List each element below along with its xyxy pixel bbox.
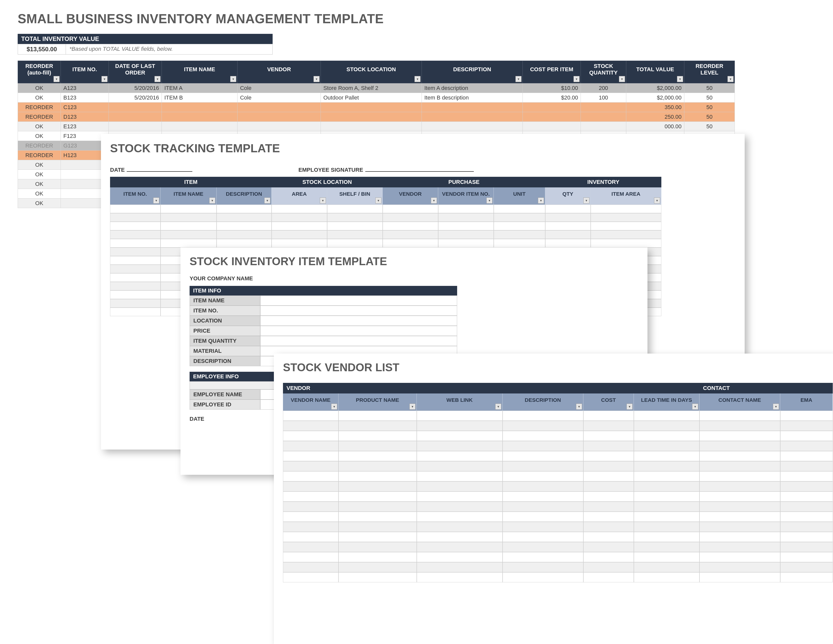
table-row[interactable] — [283, 481, 833, 491]
cell[interactable] — [545, 204, 591, 213]
col-header[interactable]: SHELF / BIN▾ — [327, 187, 383, 204]
cell[interactable] — [700, 421, 780, 431]
table-row[interactable] — [283, 421, 833, 431]
cell[interactable] — [338, 451, 417, 461]
cell[interactable] — [417, 522, 503, 532]
cell-cost[interactable]: $20.00 — [523, 93, 581, 103]
table-row[interactable] — [283, 532, 833, 542]
cell-item-no[interactable]: D123 — [61, 112, 109, 122]
cell[interactable] — [780, 471, 833, 481]
cell[interactable] — [503, 461, 583, 471]
cell[interactable] — [110, 265, 161, 273]
col-header[interactable]: ITEM NAME▾ — [161, 187, 217, 204]
cell[interactable] — [161, 204, 217, 213]
field-input[interactable] — [260, 326, 457, 336]
cell[interactable] — [583, 522, 634, 532]
cell[interactable] — [494, 230, 545, 239]
col-header[interactable]: VENDOR ITEM NO.▾ — [438, 187, 494, 204]
filter-dropdown-icon[interactable]: ▾ — [677, 76, 683, 82]
cell[interactable] — [272, 239, 327, 248]
cell[interactable] — [417, 471, 503, 481]
cell-reorder-level[interactable]: 50 — [684, 103, 735, 112]
cell[interactable] — [110, 248, 161, 256]
cell[interactable] — [217, 239, 272, 248]
cell[interactable] — [217, 230, 272, 239]
cell[interactable] — [634, 532, 700, 542]
filter-dropdown-icon[interactable]: ▾ — [320, 198, 326, 204]
col-header[interactable]: QTY▾ — [545, 187, 591, 204]
cell[interactable] — [503, 431, 583, 441]
cell[interactable] — [217, 222, 272, 230]
cell-cost[interactable] — [523, 122, 581, 131]
cell[interactable] — [700, 532, 780, 542]
cell[interactable] — [417, 502, 503, 512]
table-row[interactable]: OK B123 5/20/2016 ITEM B Cole Outdoor Pa… — [18, 93, 735, 103]
filter-dropdown-icon[interactable]: ▾ — [153, 198, 159, 204]
table-row[interactable] — [110, 204, 745, 213]
cell[interactable] — [583, 572, 634, 582]
table-row[interactable] — [283, 441, 833, 451]
cell[interactable] — [634, 451, 700, 461]
col-header[interactable]: DESCRIPTION▾ — [217, 187, 272, 204]
cell[interactable] — [780, 491, 833, 502]
cell[interactable] — [417, 431, 503, 441]
cell[interactable] — [283, 491, 338, 502]
cell[interactable] — [161, 213, 217, 222]
cell[interactable] — [503, 562, 583, 572]
cell-description[interactable] — [422, 122, 523, 131]
cell[interactable] — [417, 562, 503, 572]
cell[interactable] — [591, 222, 661, 230]
cell[interactable] — [545, 213, 591, 222]
cell[interactable] — [417, 572, 503, 582]
table-row[interactable]: OK E123 000.00 50 — [18, 122, 735, 131]
cell[interactable] — [417, 532, 503, 542]
cell[interactable] — [417, 451, 503, 461]
cell[interactable] — [634, 522, 700, 532]
col-header[interactable]: CONTACT NAME▾ — [700, 393, 780, 411]
cell[interactable] — [338, 441, 417, 451]
cell[interactable] — [503, 552, 583, 562]
cell-description[interactable]: Item A description — [422, 83, 523, 93]
cell[interactable] — [503, 471, 583, 481]
cell[interactable] — [780, 411, 833, 421]
cell[interactable] — [780, 502, 833, 512]
cell[interactable] — [272, 222, 327, 230]
cell[interactable] — [583, 512, 634, 522]
filter-dropdown-icon[interactable]: ▾ — [515, 76, 521, 82]
cell[interactable] — [283, 562, 338, 572]
cell[interactable] — [700, 552, 780, 562]
table-row[interactable] — [110, 213, 745, 222]
cell[interactable] — [780, 542, 833, 552]
cell[interactable] — [338, 461, 417, 471]
cell[interactable] — [283, 522, 338, 532]
cell-date[interactable] — [109, 103, 162, 112]
cell[interactable] — [283, 431, 338, 441]
cell[interactable] — [338, 431, 417, 441]
cell[interactable] — [634, 552, 700, 562]
table-row[interactable] — [283, 512, 833, 522]
cell-name[interactable] — [162, 112, 238, 122]
cell[interactable] — [283, 451, 338, 461]
cell[interactable] — [634, 572, 700, 582]
cell-item-no[interactable]: C123 — [61, 103, 109, 112]
filter-dropdown-icon[interactable]: ▾ — [627, 404, 633, 410]
table-row[interactable] — [283, 562, 833, 572]
filter-dropdown-icon[interactable]: ▾ — [314, 76, 320, 82]
cell[interactable] — [383, 230, 438, 239]
cell-qty[interactable]: 100 — [581, 93, 626, 103]
cell-item-no[interactable]: B123 — [61, 93, 109, 103]
cell[interactable] — [283, 532, 338, 542]
cell[interactable] — [583, 461, 634, 471]
filter-dropdown-icon[interactable]: ▾ — [576, 404, 582, 410]
cell-reorder-level[interactable]: 50 — [684, 112, 735, 122]
cell[interactable] — [583, 431, 634, 441]
filter-dropdown-icon[interactable]: ▾ — [654, 198, 660, 204]
cell-date[interactable] — [109, 122, 162, 131]
cell[interactable] — [503, 481, 583, 491]
cell[interactable] — [338, 532, 417, 542]
col-header[interactable]: STOCK QUANTITY▾ — [581, 61, 626, 83]
cell[interactable] — [591, 204, 661, 213]
cell[interactable] — [780, 562, 833, 572]
cell[interactable] — [583, 481, 634, 491]
col-header[interactable]: DATE OF LAST ORDER▾ — [109, 61, 162, 83]
